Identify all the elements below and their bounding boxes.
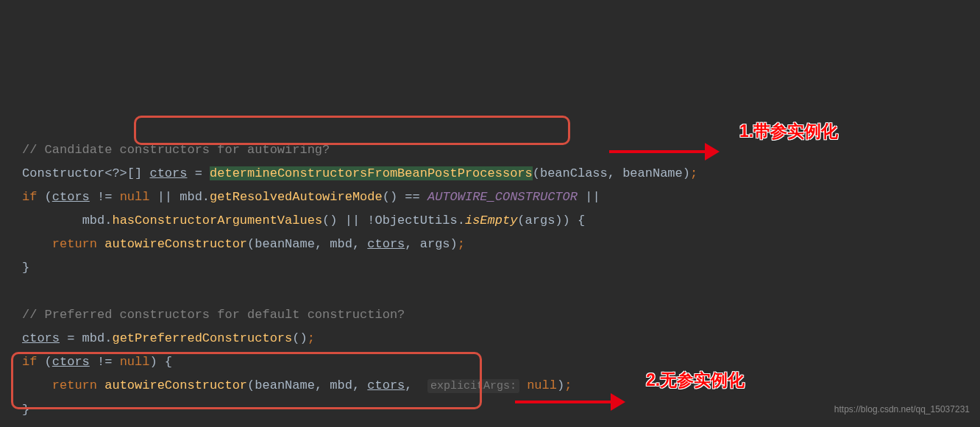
m-getResolved: getResolvedAutowireMode [210, 190, 383, 204]
var-ctors-2: ctors [52, 190, 90, 204]
args-aw1a: (beanName, mbd, [247, 237, 367, 251]
method-determine: determineConstructorsFromBeanPostProcess… [210, 166, 533, 180]
highlight-box-2 [11, 352, 482, 409]
kw-return-1: return [52, 237, 97, 251]
cond2-a: mbd. [82, 214, 113, 227]
cond1-open: ( [37, 190, 52, 204]
comment-line-2: // Preferred constructors for default co… [22, 308, 405, 322]
var-ctors: ctors [149, 166, 187, 180]
const-autowire: AUTOWIRE_CONSTRUCTOR [427, 190, 578, 204]
args-aw1b: , args) [405, 237, 457, 251]
m-isEmpty: isEmpty [465, 214, 517, 227]
m-getPreferred: getPreferredConstructors [112, 331, 292, 345]
semi2: ; [458, 237, 465, 251]
var-ctors-4: ctors [22, 331, 60, 345]
brace-open-1: { [578, 214, 585, 227]
cond1-b: || mbd. [149, 190, 210, 204]
var-ctors-3: ctors [367, 237, 405, 251]
m-hasCtorArgs: hasConstructorArgumentValues [112, 214, 322, 227]
brace-close-1: } [22, 261, 29, 275]
kw-if-1: if [22, 190, 37, 204]
null-1: null [120, 190, 150, 204]
cond1-a: != [90, 190, 120, 204]
args-getPreferred: () [292, 331, 307, 345]
arrow-2 [500, 375, 625, 427]
generic-brackets: <?>[] [104, 166, 142, 180]
eq: = [187, 166, 210, 180]
highlight-box-1 [134, 116, 570, 145]
annotation-1: 1.带参实例化 [739, 119, 838, 143]
semi3: ; [308, 331, 315, 345]
cond1-c: () == [383, 190, 427, 204]
arrow-1 [594, 125, 720, 219]
type-constructor: Constructor [22, 166, 104, 180]
m-autowire-1: autowireConstructor [104, 237, 247, 251]
annotation-2: 2.无参实例化 [646, 368, 745, 392]
cond2-c: (args)) [517, 214, 578, 227]
cond2-b: () || !ObjectUtils. [322, 214, 465, 227]
watermark: https://blog.csdn.net/qq_15037231 [834, 398, 970, 421]
